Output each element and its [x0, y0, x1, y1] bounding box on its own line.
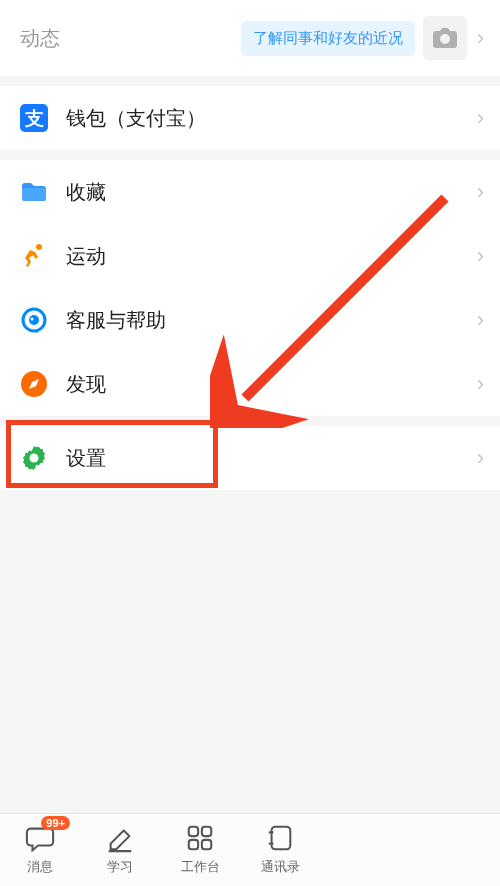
- item-settings[interactable]: 设置 ›: [0, 426, 500, 490]
- tab-messages-label: 消息: [27, 858, 53, 876]
- grid-icon: [184, 822, 216, 854]
- svg-rect-10: [202, 827, 211, 836]
- item-help[interactable]: 客服与帮助 ›: [0, 288, 500, 352]
- tab-study[interactable]: 学习: [92, 822, 148, 876]
- chat-icon: 99+: [24, 822, 56, 854]
- camera-button[interactable]: [423, 16, 467, 60]
- pencil-icon: [104, 822, 136, 854]
- chevron-right-icon: ›: [475, 371, 486, 397]
- item-help-label: 客服与帮助: [66, 307, 475, 334]
- folder-icon: [20, 178, 48, 206]
- tab-contacts[interactable]: 通讯录: [252, 822, 308, 876]
- chevron-right-icon: ›: [475, 307, 486, 333]
- svg-rect-9: [189, 827, 198, 836]
- moments-header[interactable]: 动态 了解同事和好友的近况 ›: [0, 0, 500, 76]
- alipay-icon: 支: [20, 104, 48, 132]
- camera-icon: [433, 28, 457, 48]
- chevron-right-icon: ›: [475, 243, 486, 269]
- headset-icon: [20, 306, 48, 334]
- contacts-icon: [264, 822, 296, 854]
- chevron-right-icon: ›: [475, 25, 486, 51]
- tab-messages[interactable]: 99+ 消息: [12, 822, 68, 876]
- tab-contacts-label: 通讯录: [261, 858, 300, 876]
- chevron-right-icon: ›: [475, 179, 486, 205]
- chevron-right-icon: ›: [475, 105, 486, 131]
- item-favorites-label: 收藏: [66, 179, 475, 206]
- gear-icon: [20, 444, 48, 472]
- tab-bar: 99+ 消息 学习 工作台 通讯录: [0, 813, 500, 886]
- tab-workbench[interactable]: 工作台: [172, 822, 228, 876]
- svg-rect-12: [202, 840, 211, 849]
- messages-badge: 99+: [41, 816, 70, 830]
- svg-point-8: [30, 454, 39, 463]
- compass-icon: [20, 370, 48, 398]
- item-sports-label: 运动: [66, 243, 475, 270]
- svg-point-3: [36, 244, 42, 250]
- running-icon: [20, 242, 48, 270]
- svg-point-5: [29, 315, 39, 325]
- moments-title: 动态: [20, 25, 241, 52]
- item-sports[interactable]: 运动 ›: [0, 224, 500, 288]
- item-settings-label: 设置: [66, 445, 475, 472]
- svg-rect-2: [22, 188, 46, 201]
- tab-study-label: 学习: [107, 858, 133, 876]
- item-discover-label: 发现: [66, 371, 475, 398]
- item-wallet-label: 钱包（支付宝）: [66, 105, 475, 132]
- svg-text:支: 支: [24, 108, 44, 129]
- moments-tooltip: 了解同事和好友的近况: [241, 21, 415, 56]
- svg-point-6: [31, 318, 34, 321]
- chevron-right-icon: ›: [475, 445, 486, 471]
- item-discover[interactable]: 发现 ›: [0, 352, 500, 416]
- svg-rect-13: [272, 827, 291, 850]
- svg-rect-11: [189, 840, 198, 849]
- item-wallet[interactable]: 支 钱包（支付宝） ›: [0, 86, 500, 150]
- tab-workbench-label: 工作台: [181, 858, 220, 876]
- item-favorites[interactable]: 收藏 ›: [0, 160, 500, 224]
